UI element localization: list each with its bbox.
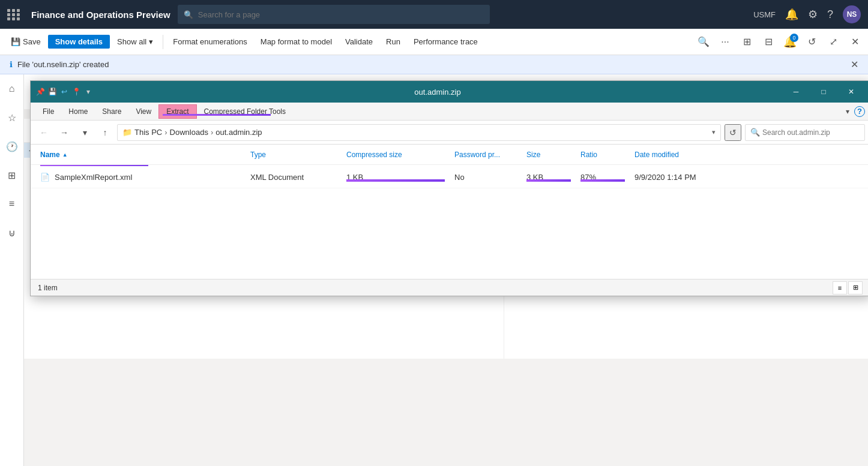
- file-explorer-title: out.admin.zip: [98, 88, 777, 97]
- ellipsis-icon[interactable]: ···: [717, 34, 734, 50]
- close-toolbar-icon[interactable]: ✕: [846, 34, 863, 50]
- titlebar-chevron-icon[interactable]: ▾: [83, 87, 93, 97]
- refresh-icon[interactable]: ↺: [803, 34, 820, 50]
- col-header-password[interactable]: Password pr...: [450, 148, 522, 161]
- sidebar-clock-icon[interactable]: 🕐: [2, 137, 22, 156]
- validate-button[interactable]: Validate: [339, 35, 379, 49]
- item-count: 1 item: [38, 284, 58, 292]
- maximize-button[interactable]: □: [810, 81, 837, 103]
- sidebar-table-icon[interactable]: ⊞: [2, 166, 22, 185]
- sidebar-home-icon[interactable]: ⌂: [2, 79, 22, 98]
- details-view-button[interactable]: ≡: [833, 281, 847, 294]
- search-toolbar-icon[interactable]: 🔍: [695, 34, 712, 50]
- top-nav: Finance and Operations Preview 🔍 USMF 🔔 …: [0, 0, 868, 29]
- ribbon-tabs: File Home Share View Extract Compressed …: [31, 103, 868, 121]
- pin-icon[interactable]: 📍: [71, 87, 81, 97]
- path-dropdown-icon[interactable]: ▾: [712, 128, 716, 136]
- forward-button[interactable]: →: [56, 124, 73, 141]
- file-doc-icon: 📄: [40, 173, 50, 182]
- bell-icon[interactable]: 🔔: [785, 8, 798, 21]
- info-icon: ℹ: [10, 60, 13, 69]
- split-view-icon[interactable]: ⊟: [760, 34, 777, 50]
- file-ratio-cell: 87%: [576, 173, 630, 182]
- ribbon-tab-view[interactable]: View: [128, 105, 158, 118]
- list-item[interactable]: 📄 SampleXmlReport.xml XML Document 1 KB …: [31, 167, 868, 188]
- ribbon-tab-home[interactable]: Home: [61, 105, 95, 118]
- col-header-ratio[interactable]: Ratio: [576, 148, 630, 161]
- path-this-pc: This PC: [134, 128, 162, 137]
- file-password-cell: No: [450, 173, 522, 182]
- file-size-cell: 3 KB: [522, 173, 576, 182]
- map-format-button[interactable]: Map format to model: [255, 35, 338, 49]
- notification-badge-icon[interactable]: 🔔 0: [782, 34, 798, 50]
- refresh-path-button[interactable]: ↺: [725, 124, 741, 141]
- file-name: SampleXmlReport.xml: [55, 173, 132, 182]
- explorer-search-input[interactable]: [762, 128, 860, 137]
- ribbon-tab-file[interactable]: File: [35, 105, 61, 118]
- col-header-name[interactable]: Name ▲: [35, 148, 246, 161]
- open-external-icon[interactable]: ⤢: [825, 34, 842, 50]
- file-explorer-titlebar: 📌 💾 ↩ 📍 ▾ out.admin.zip ─ □ ✕: [31, 81, 868, 103]
- up-button[interactable]: ↑: [97, 124, 113, 141]
- view-buttons: ≡ ⊞: [833, 281, 863, 294]
- ribbon-help-icon[interactable]: ?: [854, 106, 865, 117]
- back-button[interactable]: ←: [35, 124, 52, 141]
- notification-bar: ℹ File 'out.nselin.zip' created ✕: [0, 55, 868, 74]
- app-grid-icon[interactable]: [7, 9, 20, 20]
- recent-locations-button[interactable]: ▾: [76, 124, 93, 141]
- left-sidebar: ⌂ ☆ 🕐 ⊞ ≡ ⊍: [0, 74, 24, 466]
- col-header-type[interactable]: Type: [246, 148, 342, 161]
- format-enumerations-button[interactable]: Format enumerations: [167, 35, 253, 49]
- list-header: Name ▲ Type Compressed size Password pr.…: [31, 145, 868, 165]
- show-all-button[interactable]: Show all ▾: [111, 35, 159, 49]
- file-date-cell: 9/9/2020 1:14 PM: [630, 173, 750, 182]
- close-window-button[interactable]: ✕: [837, 81, 865, 103]
- sidebar-list-icon[interactable]: ≡: [2, 194, 22, 214]
- tiles-view-button[interactable]: ⊞: [848, 281, 863, 294]
- undo-titlebar-icon[interactable]: ↩: [59, 87, 69, 97]
- search-icon: 🔍: [184, 10, 193, 19]
- address-path-bar[interactable]: 📁 This PC › Downloads › out.admin.zip ▾: [117, 124, 721, 141]
- col-header-date[interactable]: Date modified: [630, 148, 750, 161]
- save-titlebar-icon[interactable]: 💾: [47, 87, 57, 97]
- file-list-body: 📄 SampleXmlReport.xml XML Document 1 KB …: [31, 165, 868, 279]
- status-bar: 1 item ≡ ⊞: [31, 279, 868, 296]
- app-name: Finance and Operations Preview: [31, 10, 170, 20]
- settings-icon[interactable]: ⚙: [808, 8, 818, 21]
- explorer-search[interactable]: 🔍: [745, 124, 865, 141]
- main-toolbar: 💾 Save Show details Show all ▾ Format en…: [0, 29, 868, 55]
- quick-access-icon[interactable]: 📌: [35, 87, 45, 97]
- ribbon-tab-compressed-folder-tools[interactable]: Extract: [158, 104, 196, 119]
- ribbon-tab-share[interactable]: Share: [95, 105, 128, 118]
- file-explorer-window: 📌 💾 ↩ 📍 ▾ out.admin.zip ─ □ ✕ File Home …: [30, 80, 868, 296]
- path-downloads: Downloads: [170, 128, 208, 137]
- minimize-button[interactable]: ─: [782, 81, 810, 103]
- ribbon-collapse-icon[interactable]: ▾: [846, 107, 849, 116]
- save-icon: 💾: [11, 37, 20, 46]
- window-controls: ─ □ ✕: [782, 81, 865, 103]
- sidebar-filter-icon[interactable]: ⊍: [2, 223, 22, 242]
- user-region: USMF: [753, 10, 776, 19]
- ribbon-tab-compressed-label[interactable]: Compressed Folder Tools: [197, 105, 294, 118]
- show-details-button[interactable]: Show details: [48, 35, 110, 49]
- performance-trace-button[interactable]: Performance trace: [408, 35, 484, 49]
- col-header-compressed-size[interactable]: Compressed size: [342, 148, 450, 161]
- sidebar-star-icon[interactable]: ☆: [2, 108, 22, 127]
- file-name-cell: 📄 SampleXmlReport.xml: [35, 173, 246, 182]
- sort-arrow-icon: ▲: [62, 152, 68, 158]
- col-header-size[interactable]: Size: [522, 148, 576, 161]
- file-compressed-size-cell: 1 KB: [342, 173, 450, 182]
- path-zipfile: out.admin.zip: [215, 128, 262, 137]
- save-button[interactable]: 💾 Save: [5, 35, 47, 49]
- main-layout: ⌂ ☆ 🕐 ⊞ ≡ ⊍ FORMAT TO LEARN DEFERRED XML…: [0, 74, 868, 466]
- path-folder-icon: 📁: [122, 128, 132, 137]
- user-avatar[interactable]: NS: [843, 5, 861, 23]
- grid-view-icon[interactable]: ⊞: [738, 34, 755, 50]
- run-button[interactable]: Run: [380, 35, 406, 49]
- notification-message: File 'out.nselin.zip' created: [17, 60, 109, 69]
- notification-close-button[interactable]: ✕: [851, 59, 858, 70]
- content-area: FORMAT TO LEARN DEFERRED XML ELEMENTS : …: [24, 74, 868, 466]
- global-search[interactable]: 🔍: [178, 5, 490, 24]
- help-icon[interactable]: ?: [827, 8, 833, 21]
- global-search-input[interactable]: [198, 10, 484, 19]
